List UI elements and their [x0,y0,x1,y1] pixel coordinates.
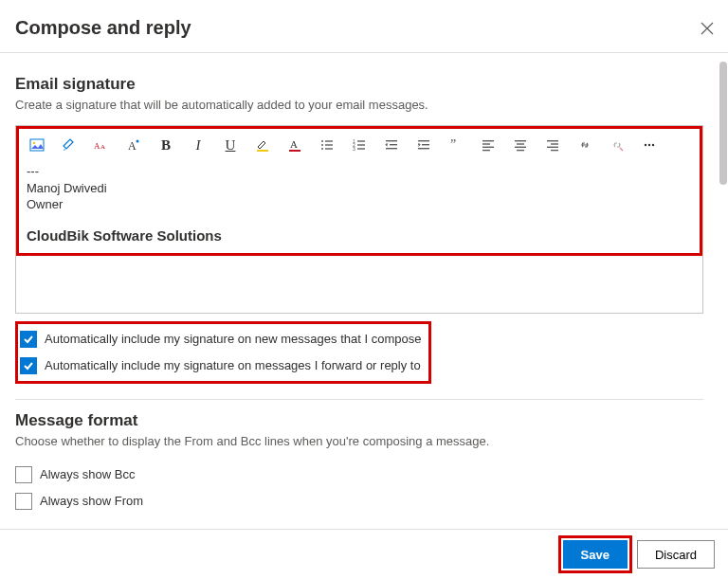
svg-rect-10 [325,140,333,141]
svg-rect-0 [30,139,44,151]
svg-rect-32 [515,140,526,141]
svg-rect-25 [422,144,429,145]
align-center-icon[interactable] [512,136,529,154]
insert-link-icon[interactable] [576,136,593,154]
show-bcc-row: Always show Bcc [15,461,703,488]
svg-point-1 [33,142,35,144]
format-section-title: Message format [15,411,703,430]
underline-icon[interactable]: U [222,136,239,154]
section-divider [15,399,703,400]
svg-text:A: A [290,138,298,150]
show-bcc-checkbox[interactable] [15,466,32,483]
signature-name: Manoj Dwivedi [27,180,692,197]
svg-text:A: A [128,139,136,153]
svg-rect-30 [482,147,494,148]
svg-rect-35 [517,150,524,151]
auto-include-new-label: Automatically include my signature on ne… [45,332,421,346]
signature-editor-empty-area[interactable] [15,256,703,314]
font-family-icon[interactable]: AA [93,136,110,154]
signature-role: Owner [27,196,692,213]
auto-include-new-checkbox[interactable] [20,331,37,348]
svg-rect-12 [325,144,333,145]
auto-include-reply-row: Automatically include my signature on me… [20,353,421,379]
svg-rect-39 [551,150,558,151]
save-button[interactable]: Save [563,540,628,569]
show-bcc-label: Always show Bcc [40,467,135,481]
align-right-icon[interactable] [544,136,561,154]
svg-point-11 [321,144,323,146]
scrollbar[interactable] [719,54,728,530]
svg-point-42 [652,144,654,146]
insert-image-icon[interactable] [28,136,46,154]
svg-rect-37 [551,143,558,144]
more-icon[interactable] [641,136,658,154]
signature-content[interactable]: --- Manoj Dwivedi Owner CloudBik Softwar… [27,163,692,245]
outdent-icon[interactable] [383,136,400,154]
auto-include-reply-label: Automatically include my signature on me… [45,358,421,372]
svg-rect-26 [418,148,429,149]
svg-rect-34 [515,147,526,148]
indent-icon[interactable] [415,136,432,154]
remove-link-icon[interactable] [609,136,626,154]
signature-section-title: Email signature [15,75,703,94]
number-list-icon[interactable]: 123 [351,136,368,154]
show-from-row: Always show From [15,488,703,515]
auto-include-new-row: Automatically include my signature on ne… [20,326,421,353]
italic-icon[interactable]: I [190,136,207,154]
signature-section-desc: Create a signature that will be automati… [15,98,703,112]
quote-icon[interactable]: ” [447,136,464,154]
compose-reply-panel: Compose and reply Email signature Create… [0,0,728,579]
svg-rect-38 [547,147,558,148]
panel-header: Compose and reply [0,0,728,53]
panel-footer: Save Discard [0,529,728,579]
svg-rect-22 [390,144,397,145]
font-size-icon[interactable]: A [125,136,142,154]
svg-text:”: ” [450,137,456,152]
svg-rect-28 [482,140,494,141]
svg-rect-31 [482,150,490,151]
svg-rect-24 [418,140,429,141]
svg-point-13 [321,148,323,150]
svg-text:A: A [100,143,105,151]
svg-text:A: A [94,141,100,151]
font-color-icon[interactable]: A [286,136,303,154]
highlight-signature-options: Automatically include my signature on ne… [15,321,431,384]
align-left-icon[interactable] [480,136,497,154]
svg-rect-29 [482,143,490,144]
panel-title: Compose and reply [15,17,191,39]
highlight-editor: AA A B I U A [16,126,702,256]
panel-body: Email signature Create a signature that … [0,54,719,530]
svg-rect-18 [357,144,365,145]
svg-rect-33 [517,143,524,144]
svg-rect-8 [289,150,300,152]
scrollbar-track [719,54,728,530]
highlight-color-icon[interactable] [254,136,271,154]
format-painter-icon[interactable] [61,136,78,154]
svg-rect-6 [257,150,268,152]
show-from-checkbox[interactable] [15,493,32,510]
svg-text:3: 3 [353,146,355,152]
svg-point-5 [136,140,139,143]
svg-rect-16 [357,140,365,141]
svg-point-9 [321,140,323,142]
svg-rect-36 [547,140,558,141]
bold-icon[interactable]: B [157,136,174,154]
close-icon[interactable] [700,21,715,36]
discard-button[interactable]: Discard [637,540,715,569]
bullet-list-icon[interactable] [318,136,336,154]
svg-point-40 [645,144,646,146]
show-from-label: Always show From [40,494,143,508]
scrollbar-thumb[interactable] [719,62,727,185]
svg-rect-20 [357,148,365,149]
editor-toolbar: AA A B I U A [27,135,692,163]
signature-editor: AA A B I U A [15,125,703,256]
format-section-desc: Choose whether to display the From and B… [15,434,703,448]
signature-company: CloudBik Software Solutions [27,226,692,245]
auto-include-reply-checkbox[interactable] [20,357,37,374]
svg-rect-23 [386,148,397,149]
svg-rect-14 [325,148,333,149]
svg-rect-21 [386,140,397,141]
signature-separator: --- [27,163,692,180]
svg-point-41 [648,144,650,146]
